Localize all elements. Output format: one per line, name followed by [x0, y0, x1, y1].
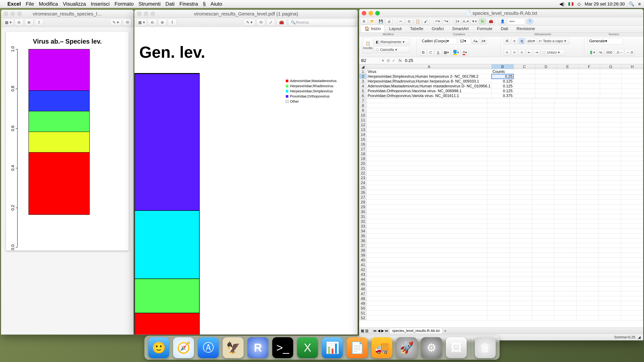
- cell[interactable]: [532, 233, 554, 238]
- cell[interactable]: [598, 291, 621, 296]
- cell[interactable]: [621, 137, 643, 142]
- dock-appstore[interactable]: Ⓐ: [198, 337, 219, 358]
- autosum-icon[interactable]: Σ▾: [454, 18, 461, 24]
- dock-rstudio[interactable]: R: [248, 337, 268, 358]
- cell[interactable]: [598, 137, 621, 142]
- cell[interactable]: [366, 205, 487, 209]
- cell[interactable]: [576, 219, 598, 224]
- cell[interactable]: [532, 287, 554, 291]
- menu-aiuto[interactable]: Aiuto: [210, 1, 222, 7]
- row-header[interactable]: 31: [359, 214, 367, 219]
- cell[interactable]: [532, 253, 554, 258]
- cell[interactable]: [487, 171, 510, 176]
- cell[interactable]: [621, 291, 643, 296]
- indent-dec-button[interactable]: ⇤: [526, 49, 532, 56]
- cell[interactable]: [557, 88, 578, 93]
- cell[interactable]: [554, 176, 576, 180]
- cell[interactable]: [510, 200, 532, 205]
- row-header[interactable]: 28: [359, 200, 367, 205]
- cell[interactable]: [554, 209, 576, 214]
- cell[interactable]: [510, 243, 532, 248]
- cell[interactable]: [576, 98, 598, 103]
- sheet-tab[interactable]: species_level_results-R.Ab.txt: [390, 328, 442, 334]
- cell[interactable]: [576, 151, 598, 156]
- cell[interactable]: [554, 229, 576, 233]
- cell[interactable]: [598, 272, 621, 277]
- row-header[interactable]: 42: [359, 267, 367, 272]
- align-bottom-button[interactable]: ≡̲: [518, 38, 525, 44]
- cell[interactable]: [487, 166, 510, 171]
- cell[interactable]: [510, 287, 532, 291]
- row-header[interactable]: 17: [359, 147, 367, 151]
- cell[interactable]: [487, 316, 510, 320]
- cell[interactable]: [510, 176, 532, 180]
- cell[interactable]: [510, 137, 532, 142]
- row-header[interactable]: 10: [359, 113, 367, 118]
- row-header[interactable]: 7: [359, 98, 367, 103]
- cell[interactable]: [510, 238, 532, 243]
- cell[interactable]: [510, 214, 532, 219]
- cell[interactable]: [510, 277, 532, 282]
- cell[interactable]: [532, 118, 554, 122]
- cell[interactable]: [510, 118, 532, 122]
- shrink-font-button[interactable]: A▾: [480, 38, 487, 44]
- cell[interactable]: [487, 142, 510, 147]
- sidebar-toggle[interactable]: ▦ ▾: [136, 19, 147, 26]
- cell[interactable]: [366, 200, 487, 205]
- cell[interactable]: [621, 209, 643, 214]
- dock-mail[interactable]: 🦅: [223, 337, 244, 358]
- cell[interactable]: [554, 132, 576, 137]
- cell[interactable]: [576, 137, 598, 142]
- cell[interactable]: [487, 219, 510, 224]
- cell[interactable]: [622, 69, 643, 74]
- cell[interactable]: [514, 69, 535, 74]
- cell[interactable]: [487, 238, 510, 243]
- cell[interactable]: [578, 84, 600, 88]
- rotate-button[interactable]: ⟲: [256, 19, 265, 26]
- cell[interactable]: [487, 209, 510, 214]
- cell[interactable]: [510, 296, 532, 301]
- cell[interactable]: [510, 209, 532, 214]
- cell[interactable]: [621, 103, 643, 108]
- cell[interactable]: [576, 243, 598, 248]
- zoom-out-button[interactable]: ⊖: [15, 19, 23, 26]
- cell[interactable]: [366, 113, 487, 118]
- cell[interactable]: [576, 272, 598, 277]
- cell[interactable]: [366, 248, 487, 253]
- cell[interactable]: [554, 185, 576, 190]
- cell[interactable]: [576, 214, 598, 219]
- name-box-dropdown[interactable]: ▾: [380, 58, 386, 63]
- cell[interactable]: [621, 151, 643, 156]
- cell[interactable]: [621, 132, 643, 137]
- cell[interactable]: [510, 132, 532, 137]
- row-header[interactable]: 8: [359, 103, 367, 108]
- cell[interactable]: [557, 69, 578, 74]
- add-sheet-button[interactable]: ＋: [444, 328, 447, 333]
- cell[interactable]: [510, 171, 532, 176]
- cell[interactable]: [535, 74, 557, 79]
- row-header[interactable]: 39: [359, 253, 367, 258]
- dock-keynote[interactable]: 📊: [322, 337, 343, 358]
- cell[interactable]: [554, 161, 576, 166]
- row-header[interactable]: 45: [359, 282, 367, 287]
- cell[interactable]: [576, 224, 598, 229]
- cell[interactable]: [510, 151, 532, 156]
- cell[interactable]: [510, 161, 532, 166]
- cell[interactable]: [576, 176, 598, 180]
- cell[interactable]: 0.375: [492, 93, 514, 98]
- cell[interactable]: [598, 122, 621, 127]
- dock-transmit[interactable]: 🚚: [372, 337, 392, 358]
- cell[interactable]: [510, 248, 532, 253]
- tab-dati[interactable]: Dati: [497, 25, 512, 32]
- cell[interactable]: [598, 306, 621, 311]
- cell[interactable]: [576, 180, 598, 185]
- cell[interactable]: [514, 84, 535, 88]
- cell[interactable]: [576, 311, 598, 316]
- cell[interactable]: [366, 156, 487, 161]
- cell[interactable]: [598, 151, 621, 156]
- row-header[interactable]: 43: [359, 272, 367, 277]
- cell[interactable]: [366, 161, 487, 166]
- cell[interactable]: [366, 180, 487, 185]
- cell[interactable]: [621, 248, 643, 253]
- col-header-D[interactable]: D: [535, 64, 557, 69]
